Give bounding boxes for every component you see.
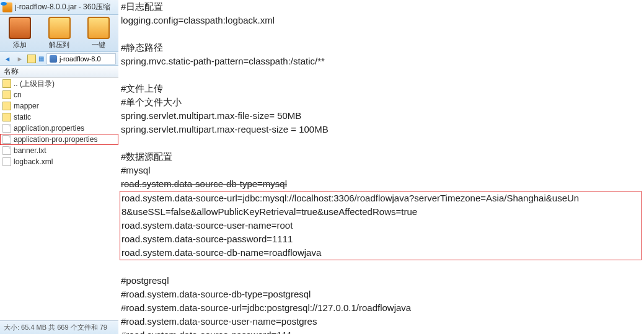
file-row-banner[interactable]: banner.txt: [0, 145, 118, 156]
toolbar: 添加 解压到 一键: [0, 15, 118, 52]
jar-icon: [50, 55, 57, 63]
content-line: road.system.data-source-url=jdbc:mysql:/…: [121, 191, 641, 205]
content-line: #静态路径: [121, 41, 642, 55]
highlighted-config-block: road.system.data-source-url=jdbc:mysql:/…: [120, 191, 642, 260]
status-bar: 大小: 65.4 MB 共 669 个文件和 79: [0, 320, 118, 334]
file-row-app-pro-props[interactable]: application-pro.properties: [0, 134, 118, 145]
breadcrumb[interactable]: j-roadflow-8.0: [46, 53, 116, 64]
content-line: [121, 260, 642, 274]
folder-icon: [2, 102, 11, 110]
add-button[interactable]: 添加: [2, 17, 37, 50]
list-view-icon[interactable]: ▦: [38, 55, 44, 62]
up-folder-icon[interactable]: [27, 55, 36, 63]
file-icon: [2, 135, 11, 144]
content-line: #road.system.data-source-user-name=postg…: [121, 315, 642, 328]
content-line: [121, 68, 642, 82]
back-icon[interactable]: ◄: [2, 54, 12, 64]
nav-bar: ◄ ► ▦ j-roadflow-8.0: [0, 52, 118, 66]
content-line: [121, 27, 642, 41]
folder-row-static[interactable]: static: [0, 112, 118, 123]
file-icon: [2, 124, 11, 133]
content-line: #mysql: [121, 164, 642, 177]
content-line: #数据源配置: [121, 150, 642, 164]
folder-icon: [2, 113, 11, 121]
content-line: [121, 136, 642, 150]
content-line: spring.servlet.multipart.max-file-size= …: [121, 109, 642, 123]
content-line: spring.mvc.static-path-pattern=classpath…: [121, 55, 642, 68]
content-line: logging.config=classpath:logback.xml: [121, 14, 642, 27]
file-list: .. (上级目录) cn mapper static application.p…: [0, 78, 118, 167]
archive-panel: j-roadflow-8.0.0.jar - 360压缩 添加 解压到 一键 ◄…: [0, 0, 118, 334]
folder-row-cn[interactable]: cn: [0, 89, 118, 100]
content-line: #road.system.data-source-db-type=postgre…: [121, 288, 642, 301]
extract-button[interactable]: 解压到: [42, 17, 77, 50]
content-line: #postgresql: [121, 274, 642, 288]
file-icon: [2, 146, 11, 155]
oneclick-button[interactable]: 一键: [81, 17, 116, 50]
parent-dir-row[interactable]: .. (上级目录): [0, 78, 118, 89]
content-line: road.system.data-source-user-name=root: [121, 219, 641, 232]
content-line: 8&useSSL=false&allowPublicKeyRetrieval=t…: [121, 205, 641, 219]
content-line: #单个文件大小: [121, 95, 642, 109]
content-line: #日志配置: [121, 0, 642, 14]
oneclick-icon: [87, 17, 110, 39]
forward-icon[interactable]: ►: [15, 54, 25, 64]
file-row-logback[interactable]: logback.xml: [0, 156, 118, 167]
window-titlebar[interactable]: j-roadflow-8.0.0.jar - 360压缩: [0, 0, 118, 15]
folder-row-mapper[interactable]: mapper: [0, 100, 118, 112]
content-line: road.system.data-source-db-type=mysql: [121, 177, 642, 191]
content-line: #road.system.data-source-password=111: [121, 328, 642, 334]
extract-icon: [48, 17, 71, 39]
content-line: road.system.data-source-db-name=roadflow…: [121, 246, 641, 260]
breadcrumb-text: j-roadflow-8.0: [60, 55, 101, 63]
window-title: j-roadflow-8.0.0.jar - 360压缩: [15, 2, 110, 12]
content-line: road.system.data-source-password=1111: [121, 232, 641, 246]
column-header-name[interactable]: 名称: [0, 66, 118, 78]
content-line: #road.system.data-source-url=jdbc:postgr…: [121, 301, 642, 315]
content-line: #文件上传: [121, 82, 642, 95]
folder-icon: [2, 90, 11, 99]
add-icon: [9, 17, 31, 39]
xml-file-icon: [2, 157, 11, 166]
folder-icon: [2, 79, 11, 88]
file-content-viewer: #日志配置 logging.config=classpath:logback.x…: [118, 0, 644, 334]
file-row-app-props[interactable]: application.properties: [0, 123, 118, 134]
content-line: spring.servlet.multipart.max-request-siz…: [121, 123, 642, 136]
